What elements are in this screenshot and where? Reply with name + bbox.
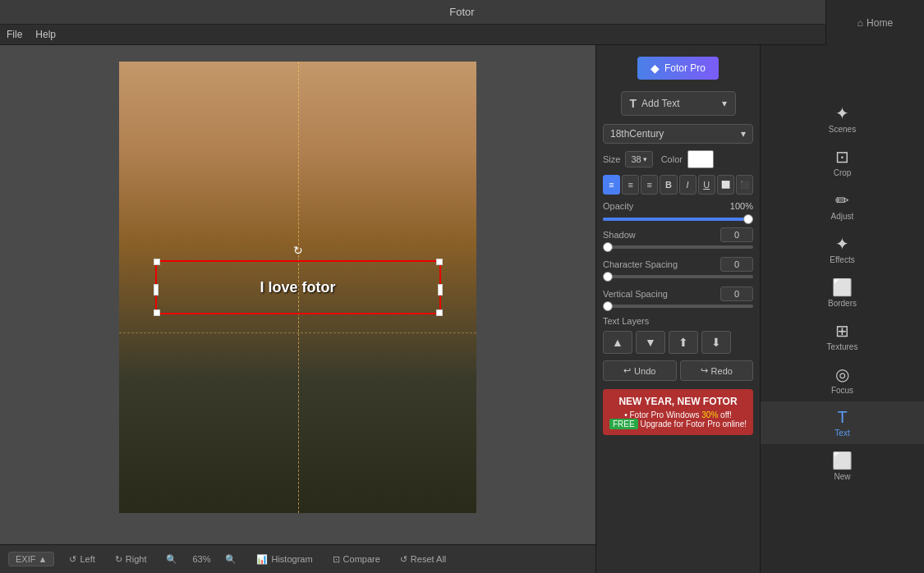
pro-button[interactable]: ◆ Fotor Pro	[637, 57, 719, 80]
promo-banner: NEW YEAR, NEW FOTOR • Fotor Pro Windows …	[603, 389, 753, 435]
effects-icon: ✦	[835, 234, 849, 254]
sidebar-item-adjust[interactable]: ✏ Adjust	[761, 184, 924, 227]
layer-up-button[interactable]: ▲	[603, 331, 632, 354]
font-arrow: ▾	[741, 128, 746, 140]
opacity-thumb[interactable]	[743, 214, 753, 224]
textures-label: Textures	[827, 342, 858, 351]
add-text-button[interactable]: T Add Text ▾	[621, 91, 736, 116]
font-selector[interactable]: 18thCentury ▾	[603, 124, 753, 144]
layer-down-button[interactable]: ▼	[636, 331, 665, 354]
rotate-right-label: Right	[126, 554, 147, 564]
textures-icon: ⊞	[835, 321, 849, 341]
align-right-button[interactable]: ≡	[641, 175, 658, 195]
handle-mid-right[interactable]	[438, 284, 443, 296]
sidebar-item-focus[interactable]: ◎ Focus	[761, 358, 924, 401]
text-layer-content[interactable]: I love fotor	[157, 262, 439, 313]
text-icon: T	[837, 408, 847, 427]
zoom-out-button[interactable]: 🔍	[161, 552, 182, 566]
exif-button[interactable]: EXIF ▲	[8, 552, 54, 566]
canvas-image[interactable]: ↻ I love fotor	[119, 62, 476, 513]
align-left-button[interactable]: ≡	[603, 175, 620, 195]
text-style-button[interactable]: ⬛	[736, 175, 753, 195]
app-title: Fotor	[449, 6, 474, 18]
layer-bottom-button[interactable]: ⬇	[701, 331, 731, 354]
underline-button[interactable]: U	[698, 175, 715, 195]
undo-label: Undo	[634, 366, 655, 376]
shadow-slider-row	[603, 245, 753, 249]
vertical-spacing-label: Vertical Spacing	[603, 289, 720, 299]
opacity-value: 100%	[720, 201, 753, 211]
text-box[interactable]: ↻ I love fotor	[155, 260, 441, 314]
handle-top-left[interactable]	[154, 259, 160, 265]
vertical-spacing-thumb[interactable]	[603, 301, 613, 311]
character-spacing-thumb[interactable]	[603, 272, 613, 282]
bold-button[interactable]: B	[660, 175, 677, 195]
undo-button[interactable]: ↩ Undo	[603, 360, 677, 381]
sidebar-item-text[interactable]: T Text	[761, 401, 924, 444]
opacity-row: Opacity 100%	[603, 201, 753, 221]
italic-button[interactable]: I	[679, 175, 696, 195]
handle-mid-left[interactable]	[154, 284, 159, 296]
size-input[interactable]: 38 ▾	[625, 151, 652, 167]
home-button[interactable]: ⌂ Home	[825, 0, 924, 45]
compare-icon: ⊡	[333, 554, 340, 565]
color-label: Color	[661, 154, 683, 164]
rotate-left-button[interactable]: ↺ Left	[64, 552, 99, 566]
handle-top-right[interactable]	[436, 259, 443, 265]
vertical-spacing-slider[interactable]	[603, 305, 753, 308]
sidebar-item-textures[interactable]: ⊞ Textures	[761, 314, 924, 358]
sidebar-item-crop[interactable]: ⊡ Crop	[761, 140, 924, 184]
histogram-button[interactable]: 📊 Histogram	[251, 552, 317, 566]
sidebar-item-new[interactable]: ⬜ New	[761, 444, 924, 488]
zoom-out-icon: 🔍	[166, 554, 177, 565]
size-color-row: Size 38 ▾ Color	[603, 150, 753, 168]
character-spacing-label: Character Spacing	[603, 259, 720, 269]
zoom-in-button[interactable]: 🔍	[220, 552, 241, 566]
alignment-row: ≡ ≡ ≡ B I U ⬜ ⬛	[603, 175, 753, 195]
layer-top-button[interactable]: ⬆	[669, 331, 698, 354]
effects-label: Effects	[830, 255, 854, 264]
reset-button[interactable]: ↺ Reset All	[395, 552, 451, 566]
borders-label: Borders	[828, 299, 857, 308]
undo-icon: ↩	[623, 365, 631, 376]
handle-bot-right[interactable]	[436, 309, 443, 316]
layer-arrows-row: ▲ ▼ ⬆ ⬇	[603, 331, 753, 354]
shadow-value: 0	[720, 227, 753, 242]
compare-button[interactable]: ⊡ Compare	[328, 552, 385, 566]
focus-icon: ◎	[835, 364, 849, 384]
shadow-slider[interactable]	[603, 245, 753, 249]
scenes-icon: ✦	[835, 103, 849, 123]
add-text-arrow: ▾	[722, 98, 727, 109]
redo-icon: ↪	[701, 365, 708, 376]
new-label: New	[834, 472, 850, 481]
shadow-style-button[interactable]: ⬜	[717, 175, 734, 195]
focus-label: Focus	[831, 386, 853, 395]
shadow-thumb[interactable]	[603, 242, 613, 252]
rotate-right-button[interactable]: ↻ Right	[110, 552, 152, 566]
histogram-label: Histogram	[271, 554, 312, 564]
vertical-spacing-value: 0	[720, 286, 753, 301]
align-center-button[interactable]: ≡	[622, 175, 639, 195]
home-icon: ⌂	[857, 17, 863, 29]
reset-icon: ↺	[400, 554, 407, 565]
redo-button[interactable]: ↪ Redo	[680, 360, 754, 381]
crop-icon: ⊡	[835, 147, 849, 167]
pro-label: Fotor Pro	[664, 62, 706, 74]
canvas-wrapper: ↻ I love fotor	[119, 62, 476, 513]
font-name: 18thCentury	[610, 128, 664, 140]
opacity-fill	[603, 218, 753, 221]
character-spacing-slider[interactable]	[603, 275, 753, 278]
histogram-icon: 📊	[256, 554, 268, 565]
menu-help[interactable]: Help	[35, 29, 56, 40]
opacity-slider[interactable]	[603, 218, 753, 221]
diamond-icon: ◆	[650, 62, 660, 75]
sidebar-item-scenes[interactable]: ✦ Scenes	[761, 97, 924, 140]
size-value: 38	[631, 154, 641, 164]
handle-bot-left[interactable]	[154, 309, 160, 316]
sidebar-item-borders[interactable]: ⬜ Borders	[761, 271, 924, 314]
character-spacing-slider-row	[603, 275, 753, 278]
rotate-handle[interactable]: ↻	[293, 245, 303, 255]
menu-file[interactable]: File	[7, 29, 22, 40]
sidebar-item-effects[interactable]: ✦ Effects	[761, 227, 924, 271]
color-swatch[interactable]	[687, 150, 714, 168]
